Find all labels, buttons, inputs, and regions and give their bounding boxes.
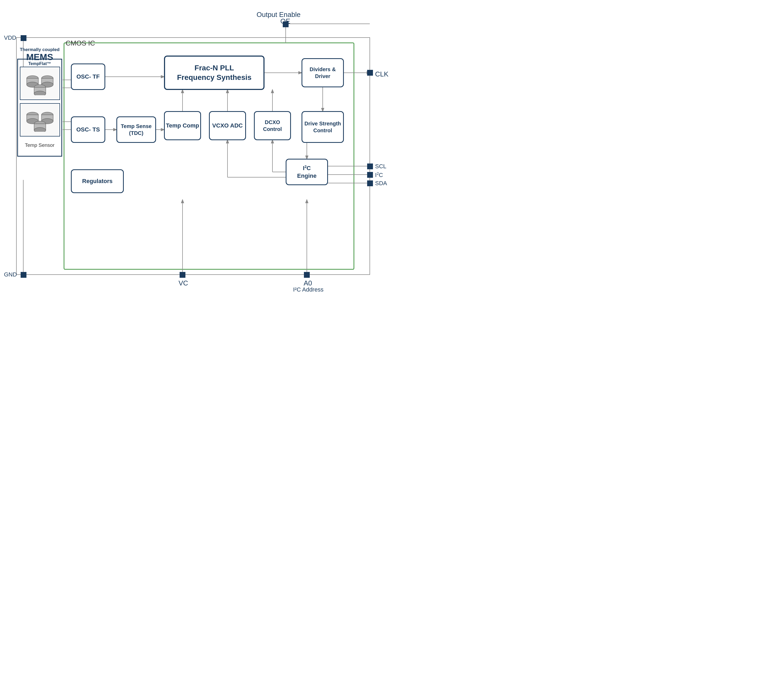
drive-strength-label: Drive Strength Control — [302, 120, 343, 134]
a0-pin — [304, 272, 310, 278]
i2c-label: I2C — [375, 171, 383, 179]
resonator-top-icon — [25, 72, 54, 95]
dcxo-control-label: DCXO Control — [255, 119, 290, 132]
vdd-label: VDD — [4, 34, 16, 41]
output-enable-label: Output Enable — [257, 11, 300, 19]
clk-pin — [367, 70, 373, 76]
scl-label: SCL — [375, 163, 386, 170]
mems-label: MEMS — [18, 52, 61, 62]
regulators-label: Regulators — [82, 178, 113, 185]
cmos-label: CMOS IC — [65, 39, 95, 47]
clk-label: CLK — [375, 70, 389, 78]
i2c-pin — [367, 172, 373, 178]
frac-pll-block: Frac-N PLLFrequency Synthesis — [164, 56, 264, 90]
temp-sensor-label: Temp Sensor — [18, 142, 61, 148]
i2c-address-label: I²C Address — [293, 286, 324, 293]
sda-pin — [367, 181, 373, 186]
dividers-block: Dividers & Driver — [302, 58, 344, 87]
osc-tf-block: OSC- TF — [71, 64, 105, 90]
i2c-engine-block: I2CEngine — [286, 159, 328, 185]
frac-pll-label: Frac-N PLLFrequency Synthesis — [177, 63, 252, 83]
temp-comp-block: Temp Comp — [164, 111, 201, 140]
tempflat-label: TempFlat™ — [18, 61, 61, 66]
osc-ts-block: OSC- TS — [71, 117, 105, 143]
dividers-label: Dividers & Driver — [302, 66, 343, 79]
vc-label: VC — [179, 279, 188, 287]
temp-sense-label: Temp Sense(TDC) — [121, 123, 152, 137]
gnd-pin — [21, 272, 26, 278]
osc-ts-label: OSC- TS — [76, 126, 100, 134]
drive-strength-block: Drive Strength Control — [302, 111, 344, 143]
i2c-engine-label: I2CEngine — [297, 164, 316, 180]
resonator-bottom — [20, 103, 60, 137]
vcxo-adc-block: VCXO ADC — [209, 111, 246, 140]
resonator-top — [20, 67, 60, 100]
thermally-coupled-label: Thermally coupled — [18, 47, 61, 52]
diagram-container: VDD GND Output Enable OE CLK CMOS IC The… — [0, 0, 392, 336]
vc-pin — [180, 272, 185, 278]
svg-point-47 — [34, 128, 46, 132]
temp-sense-block: Temp Sense(TDC) — [117, 117, 156, 143]
osc-tf-label: OSC- TF — [76, 73, 100, 81]
oe-pin — [283, 22, 289, 27]
gnd-label: GND — [4, 271, 17, 278]
sda-label: SDA — [375, 180, 387, 187]
temp-comp-label: Temp Comp — [166, 122, 199, 129]
vcxo-adc-label: VCXO ADC — [212, 122, 243, 129]
scl-pin — [367, 164, 373, 169]
dcxo-control-block: DCXO Control — [254, 111, 291, 140]
svg-point-38 — [34, 91, 46, 95]
regulators-block: Regulators — [71, 169, 124, 193]
resonator-bottom-icon — [25, 108, 54, 132]
vdd-pin — [21, 35, 26, 41]
